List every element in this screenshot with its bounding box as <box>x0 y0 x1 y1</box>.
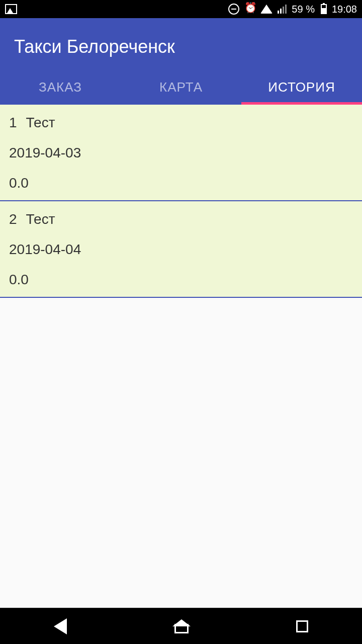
app-bar: Такси Белореченск <box>0 18 362 69</box>
status-bar: 59 % 19:08 <box>0 0 362 18</box>
image-icon <box>5 4 17 14</box>
history-item[interactable]: 1 Тест 2019-04-03 0.0 <box>0 105 362 201</box>
tab-map-label: КАРТА <box>159 79 203 95</box>
nav-recent-button[interactable] <box>296 620 308 632</box>
nav-home-button[interactable] <box>174 619 189 633</box>
history-index: 2 <box>9 211 17 227</box>
battery-icon <box>321 4 327 14</box>
nav-back-button[interactable] <box>54 618 67 634</box>
history-date: 2019-04-03 <box>9 145 353 161</box>
dnd-icon <box>228 4 239 15</box>
history-title: Тест <box>26 211 55 227</box>
status-time: 19:08 <box>332 4 357 15</box>
nav-bar <box>0 608 362 644</box>
signal-icon <box>278 5 287 14</box>
tab-order-label: ЗАКАЗ <box>39 79 82 95</box>
history-date: 2019-04-04 <box>9 242 353 258</box>
battery-percent: 59 % <box>292 4 315 15</box>
history-title: Тест <box>26 115 55 131</box>
history-amount: 0.0 <box>9 175 353 191</box>
tab-map[interactable]: КАРТА <box>121 69 241 105</box>
tab-bar: ЗАКАЗ КАРТА ИСТОРИЯ <box>0 69 362 105</box>
alarm-icon <box>244 4 255 15</box>
history-item[interactable]: 2 Тест 2019-04-04 0.0 <box>0 201 362 298</box>
tab-history-label: ИСТОРИЯ <box>268 79 335 95</box>
content-area: 1 Тест 2019-04-03 0.0 2 Тест 2019-04-04 … <box>0 105 362 608</box>
tab-order[interactable]: ЗАКАЗ <box>0 69 121 105</box>
tab-history[interactable]: ИСТОРИЯ <box>241 69 362 105</box>
app-title: Такси Белореченск <box>14 36 348 57</box>
history-index: 1 <box>9 115 17 131</box>
history-amount: 0.0 <box>9 272 353 288</box>
wifi-icon <box>260 5 273 14</box>
